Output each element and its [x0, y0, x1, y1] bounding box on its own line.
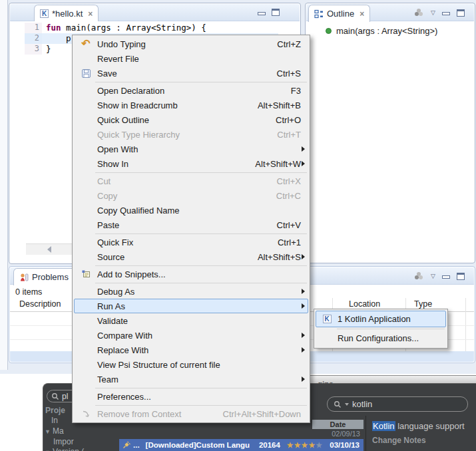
link-with-editor-icon[interactable]	[415, 9, 424, 17]
plugin-date-cell: 02/09/13	[312, 430, 360, 438]
context-menu-item-copy-qualified-name[interactable]: Copy Qualified Name	[74, 203, 308, 218]
tab-title: *hello.kt	[52, 9, 83, 19]
tree-expand-icon[interactable]: ▼	[45, 428, 51, 435]
outline-icon	[314, 9, 324, 19]
menu-item-label: View Psi Structure of current file	[97, 360, 308, 370]
menu-separator	[95, 265, 307, 266]
star-empty-icon: ★	[316, 441, 323, 449]
column-date[interactable]: Date	[312, 420, 363, 429]
run-as-submenu-item-1-kotlin-application[interactable]: K1 Kotlin Application	[316, 311, 446, 327]
context-menu-item-debug-as[interactable]: Debug As	[74, 284, 308, 299]
context-menu-item-replace-with[interactable]: Replace With	[74, 343, 308, 357]
maximize-icon[interactable]	[272, 9, 280, 16]
outline-toolbar: ▽	[415, 9, 465, 17]
context-menu-item-preferences[interactable]: Preferences...	[74, 389, 308, 404]
star-filled-icon: ★	[308, 441, 316, 449]
search-icon	[51, 392, 59, 400]
view-menu-icon[interactable]: ▽	[431, 9, 435, 17]
menu-item-shortcut: Ctrl+Alt+Shift+Down	[223, 409, 308, 419]
context-menu-item-open-with[interactable]: Open With	[74, 142, 308, 156]
settings-tree-item[interactable]: Impor	[53, 437, 74, 446]
context-menu-item-add-to-snippets[interactable]: Add to Snippets...	[74, 267, 308, 281]
method-visibility-icon	[326, 28, 332, 34]
run-as-submenu-item-run-configurations[interactable]: Run Configurations...	[316, 330, 446, 347]
menu-item-label: Team	[97, 375, 308, 384]
context-menu-item-team[interactable]: Team	[74, 372, 308, 386]
settings-tree-item[interactable]: ▼Ma	[45, 426, 64, 436]
settings-tree-item[interactable]: In	[51, 416, 58, 425]
context-menu-item-view-psi-structure-of-current-file[interactable]: View Psi Structure of current file	[74, 357, 308, 372]
menu-item-shortcut: Ctrl+T	[277, 130, 308, 140]
plugin-detail-title: Kotlin language support	[372, 421, 476, 431]
menu-item-label: Undo Typing	[97, 39, 277, 49]
context-menu-item-copy[interactable]: CopyCtrl+C	[74, 188, 308, 203]
menu-item-label: Open Declaration	[97, 86, 291, 96]
problems-icon	[19, 273, 29, 282]
menu-item-shortcut: Ctrl+X	[277, 176, 308, 186]
settings-tree-item[interactable]: ▼Version (	[45, 447, 84, 451]
context-menu-item-open-declaration[interactable]: Open DeclarationF3	[74, 83, 308, 98]
column-description[interactable]: Description	[19, 299, 61, 309]
outline-item-label: main(args : Array<String>)	[336, 26, 437, 36]
menu-item-label: Compare With	[97, 331, 308, 341]
submenu-arrow-icon	[302, 376, 305, 382]
kotlin-file-icon: K	[40, 9, 49, 18]
code-line-1[interactable]: fun main(args : Array<String>) {	[42, 23, 278, 33]
scroll-left-icon[interactable]	[47, 246, 51, 253]
submenu-arrow-icon	[302, 254, 305, 259]
context-menu-item-save[interactable]: SaveCtrl+S	[74, 66, 308, 80]
context-menu-item-revert-file[interactable]: Revert File	[74, 51, 308, 66]
menu-item-shortcut: Ctrl+C	[276, 191, 308, 201]
context-menu-item-quick-outline[interactable]: Quick OutlineCtrl+O	[74, 112, 308, 127]
menu-item-label: Add to Snippets...	[97, 269, 308, 279]
column-type[interactable]: Type	[414, 299, 432, 309]
keyword-token: fun	[46, 23, 61, 33]
context-menu-item-source[interactable]: SourceAlt+Shift+S	[74, 249, 308, 264]
minimize-icon[interactable]	[442, 275, 450, 279]
menu-item-shortcut: Ctrl+V	[277, 220, 308, 230]
maximize-icon[interactable]	[457, 273, 465, 280]
minimize-icon[interactable]	[442, 12, 450, 15]
tab-outline[interactable]: Outline ×	[308, 5, 370, 22]
remove-context-icon	[75, 409, 97, 419]
plugin-row-selected[interactable]: ... [Downloaded]Custom Langu 20164 ★★★★★…	[119, 439, 363, 451]
plugin-name: [Downloaded]Custom Langu	[146, 441, 250, 449]
context-menu-item-cut[interactable]: CutCtrl+X	[74, 174, 308, 188]
context-menu-item-quick-fix[interactable]: Quick FixCtrl+1	[74, 235, 308, 249]
tab-close-icon[interactable]: ×	[88, 9, 93, 19]
context-menu-item-paste[interactable]: PasteCtrl+V	[74, 218, 308, 232]
context-menu-item-remove-from-context[interactable]: Remove from ContextCtrl+Alt+Shift+Down	[74, 406, 308, 421]
view-menu-icon[interactable]: ▽	[431, 273, 435, 280]
context-menu-item-undo-typing[interactable]: ↶Undo TypingCtrl+Z	[74, 37, 308, 51]
context-menu-item-show-in-breadcrumb[interactable]: Show in BreadcrumbAlt+Shift+B	[74, 98, 308, 112]
context-menu-item-validate[interactable]: Validate	[74, 313, 308, 328]
save-icon	[75, 69, 97, 78]
context-menu-item-show-in[interactable]: Show InAlt+Shift+W	[74, 156, 308, 171]
minimize-icon[interactable]	[258, 12, 266, 15]
submenu-arrow-icon	[302, 161, 305, 166]
search-options-icon[interactable]	[345, 403, 349, 406]
settings-tree-item[interactable]: Proje	[45, 406, 65, 415]
filter-icon[interactable]	[415, 272, 424, 280]
menu-item-label: Paste	[97, 220, 277, 230]
menu-separator	[95, 172, 307, 173]
column-location[interactable]: Location	[349, 299, 380, 309]
editor-tab-bar: K *hello.kt ×	[10, 4, 300, 21]
context-menu-item-quick-type-hierarchy[interactable]: Quick Type HierarchyCtrl+T	[74, 127, 308, 142]
star-filled-icon: ★	[294, 441, 302, 449]
outline-item-main[interactable]: main(args : Array<String>)	[326, 26, 437, 36]
context-menu-item-run-as[interactable]: Run As	[74, 299, 308, 313]
editor-window-buttons	[258, 9, 280, 16]
maximize-icon[interactable]	[457, 9, 465, 17]
problems-toolbar: ▽	[415, 272, 465, 280]
line-number: 2	[25, 33, 42, 44]
menu-separator	[95, 82, 307, 82]
plugin-detail-panel: Kotlin language support Change Notes	[365, 416, 476, 451]
context-menu-item-compare-with[interactable]: Compare With	[74, 328, 308, 343]
menu-item-label: Run As	[97, 301, 308, 311]
plugin-search-input[interactable]: kotlin	[327, 396, 468, 412]
highlighted-term: Kotlin	[372, 421, 395, 431]
tab-hello-kt[interactable]: K *hello.kt ×	[34, 5, 99, 22]
tab-close-icon[interactable]: ×	[359, 9, 364, 19]
editor-context-menu: ↶Undo TypingCtrl+ZRevert FileSaveCtrl+SO…	[72, 35, 310, 423]
